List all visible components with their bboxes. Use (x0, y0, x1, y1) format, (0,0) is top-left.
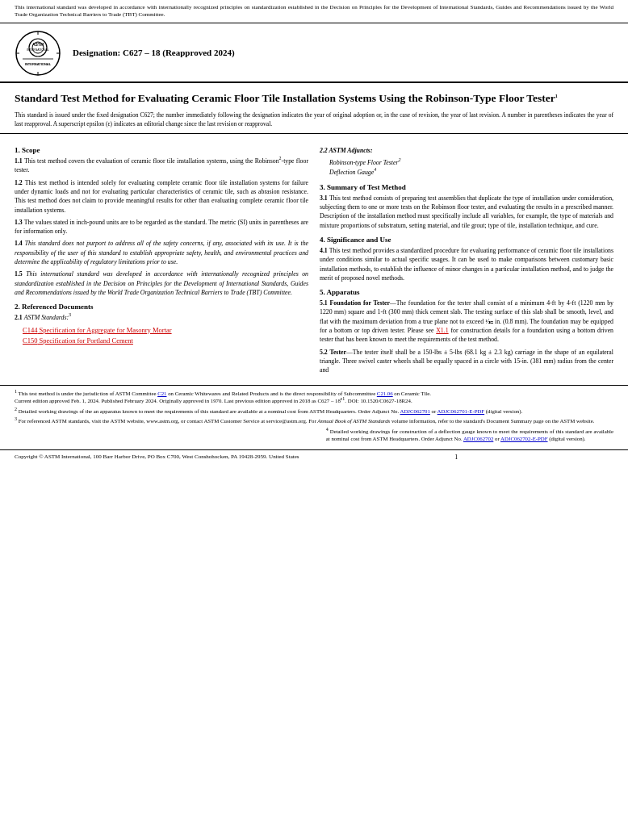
copyright-text: Copyright © ASTM International, 100 Barr… (15, 453, 299, 460)
adjunct-1: Robinson-type Floor Tester2 (329, 158, 613, 168)
section-3-heading: 3. Summary of Test Method (320, 183, 613, 191)
main-title: Standard Test Method for Evaluating Cera… (15, 91, 613, 107)
section-3-1: 3.1 This test method consists of prepari… (320, 194, 613, 230)
left-column: 1. Scope 1.1 This test method covers the… (15, 140, 308, 378)
footnote-2: 2 Detailed working drawings of the an ap… (15, 407, 613, 416)
astm-logo: ASTM INTERNATIONAL INTERNATIONAL (15, 30, 61, 77)
section-4-1: 4.1 This test method provides a standard… (320, 246, 613, 282)
section-1-3: 1.3 The values stated in inch-pound unit… (15, 218, 308, 236)
title-superscript: 1 (555, 94, 558, 98)
top-banner: This international standard was develope… (0, 0, 628, 23)
section-2-1: 2.1 ASTM Standards:3 (15, 313, 308, 322)
title-block: Standard Test Method for Evaluating Cera… (0, 83, 628, 134)
designation-text: Designation: C627 – 18 (Reapproved 2024) (73, 48, 613, 57)
adjunct-2: Deflection Gauge4 (329, 168, 613, 178)
page: This international standard was develope… (0, 0, 628, 840)
section-5-1: 5.1 Foundation for Tester—The foundation… (320, 299, 613, 344)
svg-text:INTERNATIONAL: INTERNATIONAL (27, 48, 49, 52)
banner-text: This international standard was develope… (15, 4, 613, 18)
designation-block: Designation: C627 – 18 (Reapproved 2024) (73, 48, 613, 59)
section-1-5: 1.5 This international standard was deve… (15, 270, 308, 297)
footnote-1: 1 This test method is under the jurisdic… (15, 390, 613, 405)
footer-bar: Copyright © ASTM International, 100 Barr… (0, 449, 628, 464)
section-1-1: 1.1 This test method covers the evaluati… (15, 157, 308, 175)
right-column: 2.2 ASTM Adjuncts: Robinson-type Floor T… (320, 140, 613, 378)
section-2-2: 2.2 ASTM Adjuncts: (320, 146, 613, 155)
section-5-heading: 5. Apparatus (320, 288, 613, 296)
footnote-section: 1 This test method is under the jurisdic… (0, 385, 628, 449)
section-2-heading: 2. Referenced Documents (15, 303, 308, 311)
section-1-heading: 1. Scope (15, 146, 308, 154)
section-1-2: 1.2 This test method is intended solely … (15, 178, 308, 215)
ref-c150[interactable]: C150 Specification for Portland Cement (23, 336, 308, 345)
footnote-4-right: 4 Detailed working drawings for construc… (326, 428, 613, 443)
page-number: 1 (299, 453, 613, 461)
ref-c144[interactable]: C144 Specification for Aggregate for Mas… (23, 326, 308, 334)
title-description: This standard is issued under the fixed … (15, 111, 613, 128)
content-area: 1. Scope 1.1 This test method covers the… (0, 134, 628, 384)
section-4-heading: 4. Significance and Use (320, 236, 613, 244)
header-section: ASTM INTERNATIONAL INTERNATIONAL Designa… (0, 23, 628, 83)
footnote-3: 3 For referenced ASTM standards, visit t… (15, 417, 613, 425)
svg-text:INTERNATIONAL: INTERNATIONAL (25, 62, 52, 66)
adjuncts: Robinson-type Floor Tester2 Deflection G… (329, 158, 613, 177)
section-1-4: 1.4 This standard does not purport to ad… (15, 239, 308, 266)
section-5-2: 5.2 Tester—The tester itself shall be a … (320, 348, 613, 375)
svg-text:ASTM: ASTM (32, 42, 44, 47)
